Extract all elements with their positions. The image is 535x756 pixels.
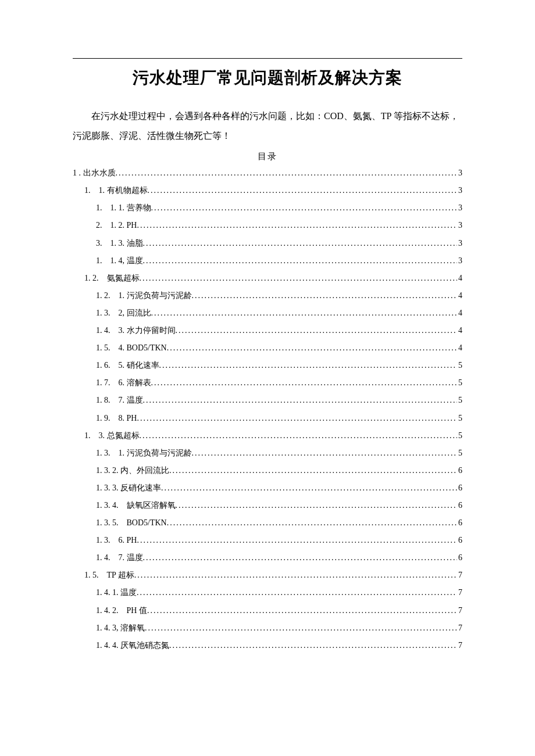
toc-entry-page: 5 [457,410,462,427]
toc-entry: 1. 3. 5. BOD5/TKN 6 [73,514,462,532]
toc-entry-label: 1 . 出水水质 [73,164,116,182]
toc-entry: 1. 2. 氨氮超标 4 [73,270,462,287]
toc-entry-page: 4 [457,339,462,357]
toc-entry: 1. 7. 6. 溶解表 5 [73,374,462,392]
table-of-contents: 1 . 出水水质 31. 1. 有机物超标 31. 1. 1. 营养物 32. … [73,164,462,654]
toc-entry-page: 3 [457,182,462,199]
toc-entry: 1. 3. 3. 反硝化速率 6 [73,479,462,497]
toc-entry-page: 5 [457,392,462,409]
toc-leader-dots [159,357,458,374]
toc-entry-label: 1. 4. 1. 温度 [73,584,137,601]
toc-entry: 1. 4. 2. PH 值 7 [73,602,462,619]
toc-entry: 1. 5. 4. BOD5/TKN 4 [73,339,462,357]
toc-entry-label: 1. 4. 3. 水力停留时间 [73,322,176,339]
toc-leader-dots [140,427,458,445]
toc-leader-dots [151,199,458,217]
toc-entry-page: 6 [457,462,462,479]
toc-entry: 1. 3. 1. 污泥负荷与污泥龄 5 [73,445,462,462]
toc-leader-dots [169,637,457,654]
toc-entry-label: 1. 7. 6. 溶解表 [73,374,151,392]
toc-entry-label: 1. 4. 2. PH 值 [73,602,147,619]
toc-entry-label: 1. 3. 1. 污泥负荷与污泥龄 [73,445,192,462]
toc-leader-dots [137,410,457,427]
toc-entry: 1. 6. 5. 硝化速率 5 [73,357,462,374]
toc-entry-label: 1. 9. 8. PH [73,410,137,427]
toc-entry-label: 1. 5. 4. BOD5/TKN [73,339,167,357]
toc-leader-dots [137,217,457,234]
toc-entry: 1. 9. 8. PH 5 [73,410,462,427]
toc-entry-label: 1. 4. 4. 厌氧池硝态氮 [73,637,169,654]
toc-entry-page: 6 [457,479,462,497]
toc-entry: 1. 1. 1. 营养物 3 [73,199,462,217]
page-title: 污水处理厂常见问题剖析及解决方案 [73,67,462,89]
toc-leader-dots [145,619,457,637]
toc-leader-dots [143,252,458,270]
toc-leader-dots [167,339,457,357]
toc-entry: 1. 3. 2. 内、外回流比 6 [73,462,462,479]
toc-entry: 2. 1. 2. PH 3 [73,217,462,234]
toc-leader-dots [143,549,458,567]
toc-entry-page: 5 [457,374,462,392]
toc-entry-label: 1. 3. 2. 内、外回流比 [73,462,169,479]
toc-leader-dots [169,462,457,479]
toc-leader-dots [147,602,457,619]
toc-entry: 1. 3. 6. PH 6 [73,532,462,549]
toc-entry: 1. 5. TP 超标 7 [73,567,462,584]
toc-entry: 1 . 出水水质 3 [73,164,462,182]
toc-leader-dots [137,584,457,601]
toc-entry-label: 1. 6. 5. 硝化速率 [73,357,159,374]
toc-entry-label: 1. 3. 2, 回流比 [73,304,151,322]
toc-leader-dots [148,182,458,199]
toc-entry-page: 4 [457,322,462,339]
toc-entry-label: 3. 1. 3. 油脂 [73,235,143,252]
toc-leader-dots [151,304,458,322]
toc-entry-page: 4 [457,270,462,287]
toc-entry-page: 3 [457,235,462,252]
toc-leader-dots [116,164,458,182]
toc-entry-label: 1. 3. 6. PH [73,532,137,549]
toc-entry-label: 1. 3. 5. BOD5/TKN [73,514,167,532]
toc-entry: 1. 8. 7. 温度 5 [73,392,462,409]
toc-entry-page: 6 [457,514,462,532]
horizontal-rule [73,58,462,59]
toc-entry-page: 7 [457,584,462,601]
toc-entry-page: 7 [457,602,462,619]
toc-entry-page: 3 [457,164,462,182]
toc-entry-label: 1. 3. 4. 缺氧区溶解氧 [73,497,176,514]
toc-leader-dots [161,479,457,497]
toc-leader-dots [134,567,457,584]
toc-entry-page: 3 [457,217,462,234]
toc-entry: 1. 1. 有机物超标 3 [73,182,462,199]
toc-entry: 1. 2. 1. 污泥负荷与污泥龄 4 [73,287,462,304]
toc-entry-page: 4 [457,304,462,322]
toc-leader-dots [192,445,458,462]
toc-entry: 1. 4. 1. 温度 7 [73,584,462,601]
toc-entry: 1. 3. 2, 回流比 4 [73,304,462,322]
toc-entry: 3. 1. 3. 油脂 3 [73,235,462,252]
toc-entry-page: 5 [457,427,462,445]
toc-entry-label: 1. 8. 7. 温度 [73,392,143,409]
toc-entry-label: 1. 1. 有机物超标 [73,182,148,199]
toc-entry-label: 1. 3. 3. 反硝化速率 [73,479,161,497]
toc-entry: 1. 4. 4. 厌氧池硝态氮 7 [73,637,462,654]
toc-leader-dots [137,532,457,549]
toc-entry-page: 5 [457,357,462,374]
toc-entry: 1. 1. 4, 温度 3 [73,252,462,270]
toc-entry-page: 6 [457,497,462,514]
toc-entry-page: 7 [457,567,462,584]
toc-leader-dots [176,497,458,514]
toc-entry: 1. 4. 3, 溶解氧 7 [73,619,462,637]
toc-entry-label: 1. 5. TP 超标 [73,567,134,584]
toc-leader-dots [143,392,458,409]
toc-entry: 1. 4. 3. 水力停留时间 4 [73,322,462,339]
toc-entry-page: 5 [457,445,462,462]
toc-entry-page: 3 [457,252,462,270]
toc-entry: 1. 3. 总氮超标 5 [73,427,462,445]
toc-entry-label: 2. 1. 2. PH [73,217,137,234]
toc-leader-dots [143,235,458,252]
toc-entry-page: 7 [457,619,462,637]
toc-entry-label: 1. 4. 3, 溶解氧 [73,619,145,637]
toc-entry-label: 1. 4. 7. 温度 [73,549,143,567]
toc-entry: 1. 4. 7. 温度 6 [73,549,462,567]
toc-entry-label: 1. 2. 氨氮超标 [73,270,140,287]
